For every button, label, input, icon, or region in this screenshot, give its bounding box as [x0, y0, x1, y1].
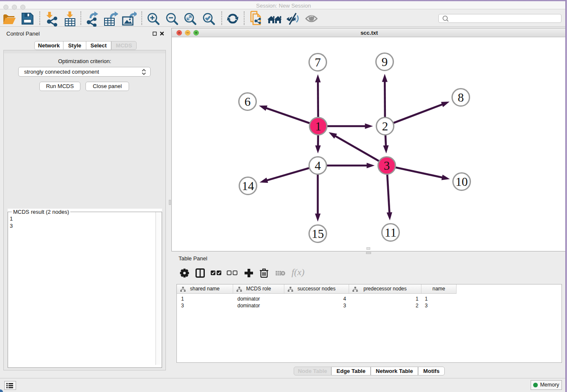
svg-text:11: 11 — [385, 226, 396, 239]
svg-text:4: 4 — [315, 159, 321, 172]
svg-text:6: 6 — [245, 95, 251, 108]
svg-text:3: 3 — [384, 159, 390, 172]
svg-text:8: 8 — [458, 91, 464, 104]
svg-text:7: 7 — [315, 55, 321, 69]
svg-text:1: 1 — [315, 119, 322, 133]
svg-text:10: 10 — [456, 175, 468, 188]
svg-text:15: 15 — [312, 227, 324, 240]
svg-text:9: 9 — [382, 55, 388, 69]
svg-text:14: 14 — [242, 179, 255, 193]
svg-text:2: 2 — [382, 119, 388, 133]
